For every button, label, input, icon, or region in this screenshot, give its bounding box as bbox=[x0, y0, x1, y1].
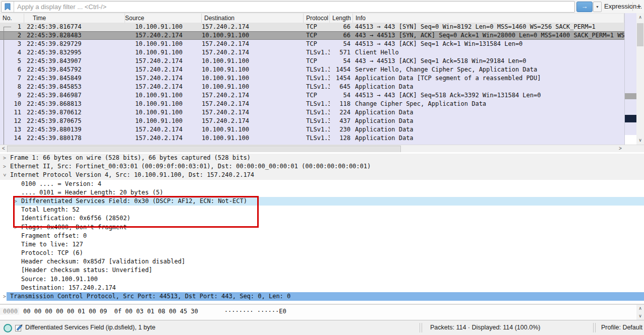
packet-row[interactable]: 1422:45:39.880178157.240.2.17410.100.91.… bbox=[0, 134, 624, 143]
detail-line-selected[interactable]: >Differentiated Services Field: 0x30 (DS… bbox=[0, 197, 644, 206]
filter-bookmark-button[interactable] bbox=[2, 2, 14, 12]
packet-row[interactable]: 322:45:39.82972910.100.91.100157.240.2.1… bbox=[0, 40, 624, 48]
hex-bytes[interactable]: 00 00 00 00 00 01 00 09 0f 00 03 01 08 0… bbox=[23, 308, 198, 315]
detail-line[interactable]: >Flags: 0x4000, Don't fragment bbox=[0, 223, 644, 232]
detail-line[interactable]: Destination: 157.240.2.174 bbox=[0, 284, 644, 292]
packet-row[interactable]: 922:45:39.84698710.100.91.100157.240.2.1… bbox=[0, 91, 624, 100]
status-bar: Differentiated Services Field (ip.dsfiel… bbox=[0, 320, 644, 335]
capture-comment-icon[interactable] bbox=[15, 323, 23, 332]
packet-list: 122:45:39.81677410.100.91.100157.240.2.1… bbox=[0, 23, 624, 145]
packet-row[interactable]: 522:45:39.843907157.240.2.17410.100.91.1… bbox=[0, 57, 624, 65]
scrollbar-thumb[interactable] bbox=[637, 23, 643, 46]
packet-row[interactable]: 1322:45:39.880139157.240.2.17410.100.91.… bbox=[0, 125, 624, 134]
detail-line[interactable]: Identification: 0x6f56 (28502) bbox=[0, 214, 644, 223]
column-header-length[interactable]: Length bbox=[330, 14, 353, 23]
detail-line[interactable]: >Ethernet II, Src: Fortinet_00:03:01 (00… bbox=[0, 162, 644, 171]
detail-tree: >Frame 1: 66 bytes on wire (528 bits), 6… bbox=[0, 154, 644, 301]
detail-line-text: Flags: 0x4000, Don't fragment bbox=[21, 223, 127, 232]
detail-line-text: Internet Protocol Version 4, Src: 10.100… bbox=[10, 171, 254, 179]
detail-line-text: .... 0101 = Header Length: 20 bytes (5) bbox=[21, 188, 163, 197]
scroll-down-icon[interactable]: ∨ bbox=[636, 312, 644, 319]
toolbar-separator bbox=[632, 2, 633, 11]
detail-line-text: Total Length: 52 bbox=[21, 206, 80, 214]
expert-info-icon[interactable] bbox=[4, 324, 12, 332]
detail-line[interactable]: >Internet Protocol Version 4, Src: 10.10… bbox=[0, 171, 644, 179]
expander-collapsed-icon[interactable]: > bbox=[3, 162, 6, 171]
hex-ascii[interactable]: ········ ······E0 bbox=[224, 308, 286, 315]
packet-row[interactable]: 422:45:39.83299510.100.91.100157.240.2.1… bbox=[0, 48, 624, 57]
packet-detail-pane: >Frame 1: 66 bytes on wire (528 bits), 6… bbox=[0, 152, 644, 304]
add-filter-button[interactable]: + bbox=[634, 0, 643, 13]
packet-row[interactable]: 1222:45:39.87067510.100.91.100157.240.2.… bbox=[0, 117, 624, 125]
expander-collapsed-icon[interactable]: > bbox=[14, 197, 17, 206]
column-header-no[interactable]: No. bbox=[0, 14, 24, 23]
detail-line[interactable]: Header checksum: 0x85d7 [validation disa… bbox=[0, 257, 644, 266]
packet-list-header: No.TimeSourceDestinationProtocolLengthIn… bbox=[0, 13, 624, 24]
expander-collapsed-icon[interactable]: > bbox=[14, 223, 17, 232]
filter-dropdown-button[interactable]: ▼ bbox=[593, 2, 602, 12]
packet-count-status: Packets: 114 · Displayed: 114 (100.0%) bbox=[430, 320, 540, 335]
detail-line[interactable]: Time to live: 127 bbox=[0, 240, 644, 249]
detail-line-text: Protocol: TCP (6) bbox=[21, 249, 83, 257]
column-header-time[interactable]: Time bbox=[24, 14, 125, 23]
filter-toolbar: → ▼ Expression... + bbox=[0, 0, 644, 14]
display-filter-field bbox=[1, 1, 575, 13]
bookmark-icon bbox=[5, 3, 11, 11]
packet-row[interactable]: 1022:45:39.86881310.100.91.100157.240.2.… bbox=[0, 100, 624, 108]
expander-expanded-icon[interactable]: > bbox=[0, 174, 9, 177]
packet-list-minimap[interactable] bbox=[624, 13, 637, 145]
statusbar-separator bbox=[593, 323, 596, 332]
scroll-right-icon[interactable]: > bbox=[617, 145, 624, 152]
column-header-source[interactable]: Source bbox=[125, 14, 202, 23]
packet-row[interactable]: 722:45:39.845849157.240.2.17410.100.91.1… bbox=[0, 74, 624, 83]
column-header-destination[interactable]: Destination bbox=[202, 14, 304, 23]
packet-row[interactable]: 822:45:39.845853157.240.2.17410.100.91.1… bbox=[0, 83, 624, 91]
detail-line-text: 0100 .... = Version: 4 bbox=[21, 180, 101, 188]
scroll-up-icon[interactable]: ∧ bbox=[636, 13, 644, 22]
packet-row[interactable]: 622:45:39.845792157.240.2.17410.100.91.1… bbox=[0, 65, 624, 74]
detail-line[interactable]: Total Length: 52 bbox=[0, 206, 644, 214]
detail-line-text: Ethernet II, Src: Fortinet_00:03:01 (00:… bbox=[10, 162, 371, 171]
packet-row[interactable]: 122:45:39.81677410.100.91.100157.240.2.1… bbox=[0, 23, 624, 31]
column-header-protocol[interactable]: Protocol bbox=[304, 14, 330, 23]
chevron-down-icon: ▼ bbox=[596, 5, 599, 9]
detail-line[interactable]: .... 0101 = Header Length: 20 bytes (5) bbox=[0, 188, 644, 197]
hex-row[interactable]: 000000 00 00 00 00 01 00 09 0f 00 03 01 … bbox=[0, 305, 644, 315]
scroll-left-icon[interactable]: < bbox=[0, 145, 7, 152]
detail-line[interactable]: 0100 .... = Version: 4 bbox=[0, 180, 644, 188]
profile-status[interactable]: Profile: Default bbox=[601, 320, 642, 335]
detail-line-text: [Header checksum status: Unverified] bbox=[21, 266, 152, 275]
detail-line[interactable]: >Transmission Control Protocol, Src Port… bbox=[0, 292, 644, 301]
detail-line-text: Differentiated Services Field: 0x30 (DSC… bbox=[21, 197, 247, 206]
detail-line-text: Identification: 0x6f56 (28502) bbox=[21, 214, 131, 223]
detail-line[interactable]: Source: 10.100.91.100 bbox=[0, 275, 644, 284]
column-header-info[interactable]: Info bbox=[353, 14, 624, 23]
packet-list-hscrollbar[interactable]: < > bbox=[0, 145, 644, 153]
detail-line-text: Destination: 157.240.2.174 bbox=[21, 284, 116, 292]
apply-arrow-icon: → bbox=[581, 3, 588, 10]
detail-line-text: Transmission Control Protocol, Src Port:… bbox=[10, 292, 290, 301]
plus-icon: + bbox=[636, 2, 641, 11]
scroll-up-icon[interactable]: ∧ bbox=[636, 305, 644, 312]
wireshark-window: → ▼ Expression... + No.TimeSourceDestina… bbox=[0, 0, 644, 335]
hscrollbar-thumb[interactable] bbox=[7, 146, 401, 153]
detail-line[interactable]: >Frame 1: 66 bytes on wire (528 bits), 6… bbox=[0, 154, 644, 162]
packet-row[interactable]: 1122:45:39.87061210.100.91.100157.240.2.… bbox=[0, 108, 624, 117]
detail-line-text: Source: 10.100.91.100 bbox=[21, 275, 98, 284]
expander-collapsed-icon[interactable]: > bbox=[3, 154, 6, 162]
display-filter-input[interactable] bbox=[14, 2, 574, 12]
detail-line-text: Fragment offset: 0 bbox=[21, 232, 87, 240]
apply-filter-button[interactable]: → bbox=[576, 2, 593, 12]
detail-line[interactable]: [Header checksum status: Unverified] bbox=[0, 266, 644, 275]
detail-line[interactable]: Protocol: TCP (6) bbox=[0, 249, 644, 257]
detail-line[interactable]: Fragment offset: 0 bbox=[0, 232, 644, 240]
detail-line-text: Header checksum: 0x85d7 [validation disa… bbox=[21, 257, 185, 266]
detail-line-text: Time to live: 127 bbox=[21, 240, 83, 249]
expander-collapsed-icon[interactable]: > bbox=[3, 292, 6, 301]
hex-pane-scrollbar[interactable]: ∧ ∨ bbox=[636, 305, 644, 320]
hex-rows: 000000 00 00 00 00 01 00 09 0f 00 03 01 … bbox=[0, 305, 644, 315]
scroll-down-icon[interactable]: ∨ bbox=[636, 136, 644, 145]
hex-dump-pane: 000000 00 00 00 00 01 00 09 0f 00 03 01 … bbox=[0, 304, 644, 320]
statusbar-separator bbox=[420, 323, 422, 332]
packet-row-selected[interactable]: 222:45:39.828483157.240.2.17410.100.91.1… bbox=[0, 31, 624, 40]
